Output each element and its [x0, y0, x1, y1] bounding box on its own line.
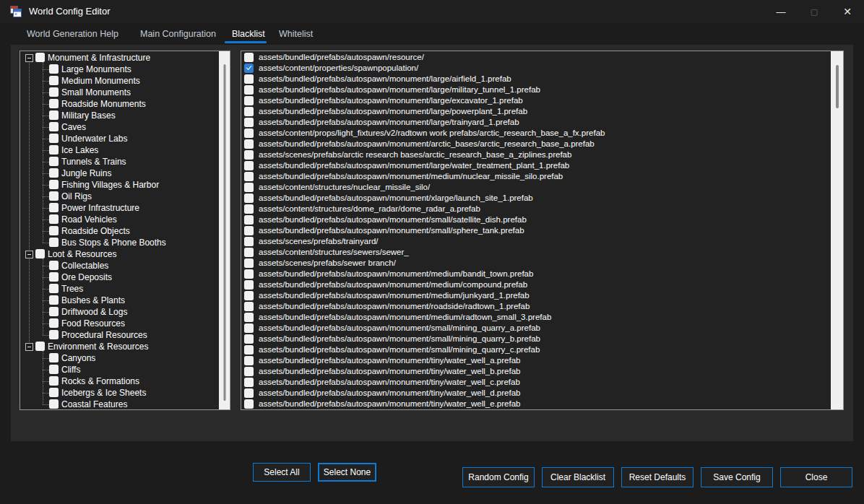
checkbox[interactable] — [244, 194, 254, 203]
checkbox[interactable] — [49, 261, 59, 270]
checkbox[interactable] — [244, 356, 254, 365]
list-item[interactable]: assets/bundled/prefabs/autospawn/monumen… — [241, 74, 830, 84]
checkbox[interactable] — [244, 313, 254, 322]
checkbox[interactable] — [244, 367, 254, 376]
list-item[interactable]: assets/scenes/prefabs/trainyard/ — [241, 236, 830, 247]
checkbox[interactable] — [49, 330, 59, 339]
checkbox[interactable] — [35, 53, 45, 62]
select-none-button[interactable]: Select None — [318, 463, 376, 482]
checkbox[interactable] — [49, 307, 59, 316]
tab-whitelist[interactable]: Whitelist — [279, 29, 313, 39]
checkbox[interactable] — [49, 353, 59, 362]
checkbox[interactable] — [49, 226, 59, 235]
checkbox[interactable] — [49, 191, 59, 201]
checkbox[interactable] — [244, 302, 254, 311]
random-config-button[interactable]: Random Config — [462, 467, 535, 487]
checkbox[interactable] — [244, 107, 254, 116]
checkbox[interactable] — [49, 87, 59, 97]
clear-blacklist-button[interactable]: Clear Blacklist — [542, 467, 614, 487]
checkbox[interactable] — [244, 183, 254, 192]
checkbox[interactable] — [244, 280, 254, 290]
list-item[interactable]: assets/bundled/prefabs/autospawn/monumen… — [241, 106, 830, 117]
checkbox[interactable] — [49, 180, 59, 189]
checkbox[interactable] — [49, 388, 59, 397]
checkbox[interactable] — [49, 284, 59, 293]
checkbox[interactable] — [49, 214, 59, 224]
select-all-button[interactable]: Select All — [253, 463, 311, 482]
checkbox[interactable] — [49, 318, 59, 328]
tree-node[interactable]: Environment & Resources — [20, 341, 219, 352]
collapse-expander-icon[interactable] — [25, 343, 33, 351]
tab-world-generation-help[interactable]: World Generation Help — [27, 29, 118, 39]
checkbox[interactable] — [244, 96, 254, 105]
checkbox[interactable] — [244, 215, 254, 225]
list-item[interactable]: assets/content/props/light_fixtures/v2/r… — [241, 128, 830, 139]
checkbox[interactable] — [244, 129, 254, 138]
tree-node[interactable]: Loot & Resources — [20, 248, 219, 260]
list-item[interactable]: assets/bundled/prefabs/autospawn/monumen… — [241, 225, 830, 236]
list-item[interactable]: assets/bundled/prefabs/autospawn/resourc… — [241, 52, 830, 63]
checkbox[interactable] — [244, 345, 254, 355]
list-item[interactable]: assets/bundled/prefabs/autospawn/monumen… — [241, 377, 830, 388]
list-item[interactable]: assets/bundled/prefabs/autospawn/monumen… — [241, 388, 830, 399]
tree-node[interactable]: Coastal Features — [20, 399, 219, 409]
list-item[interactable]: assets/bundled/prefabs/autospawn/monumen… — [241, 290, 830, 301]
checkbox[interactable] — [49, 238, 59, 247]
tree-node[interactable]: Monument & Infrastructure — [20, 52, 219, 64]
list-item[interactable]: assets/bundled/prefabs/autospawn/monumen… — [241, 95, 830, 106]
collapse-expander-icon[interactable] — [25, 54, 33, 62]
tree-node[interactable]: Large Monuments — [20, 64, 219, 75]
checkbox[interactable] — [49, 272, 59, 282]
close-button[interactable]: ✕ — [831, 0, 864, 23]
tree-node[interactable]: Small Monuments — [20, 87, 219, 98]
checkbox[interactable] — [244, 226, 254, 235]
list-item[interactable]: assets/content/properties/spawnpopulatio… — [241, 63, 830, 74]
list-item[interactable]: assets/bundled/prefabs/autospawn/monumen… — [241, 366, 830, 377]
list-item[interactable]: assets/content/structures/sewers/sewer_ — [241, 247, 830, 258]
checkbox[interactable] — [244, 388, 254, 398]
tree-node[interactable]: Trees — [20, 283, 219, 295]
tree-node[interactable]: Caves — [20, 121, 219, 133]
checkbox[interactable] — [49, 76, 59, 85]
tree-node[interactable]: Bus Stops & Phone Booths — [20, 237, 219, 248]
checkbox[interactable] — [49, 365, 59, 374]
tree-node[interactable]: Jungle Ruins — [20, 168, 219, 179]
list-scrollbar[interactable] — [831, 51, 843, 409]
tree-node[interactable]: Procedural Resources — [20, 329, 219, 341]
checkbox[interactable] — [35, 342, 45, 351]
checkbox[interactable] — [244, 378, 254, 387]
list-item[interactable]: assets/bundled/prefabs/autospawn/monumen… — [241, 160, 830, 171]
checkbox[interactable] — [49, 376, 59, 386]
tree-node[interactable]: Icebergs & Ice Sheets — [20, 387, 219, 399]
checkbox[interactable] — [244, 323, 254, 333]
list-item[interactable]: assets/bundled/prefabs/autospawn/monumen… — [241, 323, 830, 334]
list-item[interactable]: assets/bundled/prefabs/autospawn/monumen… — [241, 139, 830, 149]
list-item[interactable]: assets/content/structures/dome_radar/dom… — [241, 204, 830, 214]
checkbox[interactable] — [244, 53, 254, 62]
checkbox[interactable] — [49, 203, 59, 212]
tree-node[interactable]: Bushes & Plants — [20, 295, 219, 306]
checkbox[interactable] — [49, 168, 59, 178]
list-item[interactable]: assets/bundled/prefabs/autospawn/monumen… — [241, 279, 830, 290]
checkbox[interactable] — [244, 248, 254, 257]
tree-node[interactable]: Tunnels & Trains — [20, 156, 219, 168]
checkbox[interactable] — [244, 172, 254, 181]
list-item[interactable]: assets/bundled/prefabs/autospawn/monumen… — [241, 193, 830, 204]
tab-main-configuration[interactable]: Main Configuration — [140, 29, 216, 39]
tree-node[interactable]: Canyons — [20, 352, 219, 364]
checkbox[interactable] — [244, 291, 254, 300]
checkbox[interactable] — [49, 64, 59, 74]
checkbox[interactable] — [35, 249, 45, 258]
minimize-button[interactable]: — — [764, 0, 798, 23]
tree-node[interactable]: Medium Monuments — [20, 75, 219, 87]
tree-node[interactable]: Collectables — [20, 260, 219, 271]
list-item[interactable]: assets/bundled/prefabs/autospawn/monumen… — [241, 355, 830, 366]
tree-node[interactable]: Rocks & Formations — [20, 375, 219, 387]
checkbox[interactable] — [244, 74, 254, 84]
tree-node[interactable]: Military Bases — [20, 110, 219, 121]
checkbox[interactable] — [244, 85, 254, 95]
checkbox[interactable] — [244, 161, 254, 170]
tree-node[interactable]: Oil Rigs — [20, 191, 219, 202]
list-item[interactable]: assets/bundled/prefabs/autospawn/monumen… — [241, 344, 830, 355]
tree-node[interactable]: Roadside Objects — [20, 225, 219, 237]
